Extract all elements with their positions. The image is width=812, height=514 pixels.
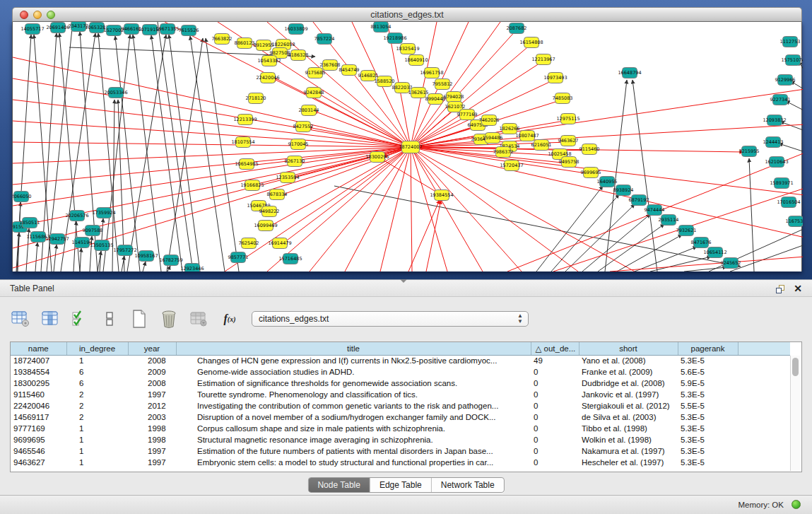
table-cell[interactable]: 2003 <box>128 411 176 423</box>
table-cell[interactable] <box>738 355 790 366</box>
column-header-in_degree[interactable]: in_degree <box>66 342 128 355</box>
table-cell[interactable] <box>738 434 790 445</box>
graph-node[interactable]: 6879197 <box>629 195 649 206</box>
table-cell[interactable]: 1998 <box>128 423 176 434</box>
graph-node[interactable]: 9242848 <box>304 88 324 98</box>
table-cell[interactable]: 22420046 <box>11 400 66 411</box>
citation-network-graph[interactable]: 1405571720691406234317210653287152700294… <box>13 22 803 271</box>
graph-node[interactable]: 16210643 <box>765 157 788 168</box>
table-cell[interactable]: Nakamura et al. (1997) <box>579 445 678 457</box>
graph-node[interactable]: 10654112 <box>703 247 726 258</box>
table-cell[interactable]: 9115460 <box>11 389 66 400</box>
graph-node[interactable]: 7462026 <box>479 115 500 126</box>
graph-node[interactable]: 8678334 <box>267 189 288 200</box>
table-cell[interactable]: 0 <box>531 411 579 423</box>
table-cell[interactable]: 0 <box>531 389 579 400</box>
table-cell[interactable] <box>738 411 790 423</box>
table-row[interactable]: 977716911998Corpus callosum shape and si… <box>11 423 790 434</box>
table-cell[interactable]: Yano et al. (2008) <box>579 355 678 366</box>
table-cell[interactable]: Disruption of a novel member of a sodium… <box>176 411 531 423</box>
graph-node[interactable]: 22420046 <box>256 73 279 83</box>
table-cell[interactable]: Changes of HCN gene expression and I(f) … <box>176 355 531 366</box>
graph-node[interactable]: 19166825 <box>240 180 264 191</box>
tab-node-table[interactable]: Node Table <box>308 478 370 492</box>
graph-node[interactable]: 9129966 <box>775 75 796 86</box>
graph-node[interactable]: 14055717 <box>20 24 44 35</box>
column-header-out_de[interactable]: △ out_de... <box>531 342 579 355</box>
graph-node[interactable]: 16154808 <box>519 37 543 48</box>
graph-node[interactable]: 9498222 <box>259 206 280 217</box>
table-cell[interactable]: 19384554 <box>11 366 66 378</box>
table-cell[interactable] <box>738 457 790 468</box>
table-cell[interactable]: 2 <box>66 411 128 423</box>
table-cell[interactable] <box>738 378 790 389</box>
table-row[interactable]: 1938455462009Genome-wide association stu… <box>11 366 790 378</box>
graph-node[interactable]: 18107554 <box>231 137 254 148</box>
float-panel-icon[interactable] <box>775 284 785 293</box>
scrollbar-thumb[interactable] <box>792 358 799 376</box>
graph-node[interactable]: 9495758 <box>559 157 579 168</box>
graph-node[interactable]: 15751074 <box>781 55 803 66</box>
select-rows-icon[interactable] <box>69 308 90 329</box>
graph-node[interactable]: 17016504 <box>777 197 800 208</box>
table-cell[interactable]: 18724007 <box>11 355 66 366</box>
graph-node[interactable]: 6216051 <box>531 140 552 151</box>
table-cell[interactable]: 18300295 <box>11 378 66 389</box>
graph-node[interactable]: 9097588 <box>83 226 103 236</box>
graph-node[interactable]: 8427552 <box>293 122 314 132</box>
table-cell[interactable]: 2008 <box>128 378 176 389</box>
graph-node[interactable]: 7625402 <box>239 238 259 249</box>
memory-ok-indicator-icon[interactable] <box>792 500 801 509</box>
graph-node[interactable]: 10654985 <box>235 159 258 170</box>
graph-node[interactable]: 16961758 <box>420 68 443 78</box>
table-cell[interactable]: Dudbridge et al. (2008) <box>579 378 678 389</box>
table-cell[interactable]: Wolkin et al. (1998) <box>579 434 678 445</box>
graph-node[interactable]: 1640955 <box>597 177 618 187</box>
table-cell[interactable]: 1997 <box>128 389 176 400</box>
table-selector-dropdown[interactable]: citations_edges.txt ▲▼ <box>252 311 529 327</box>
table-cell[interactable]: 2 <box>66 400 128 411</box>
table-cell[interactable]: 1997 <box>128 445 176 457</box>
table-cell[interactable]: Jankovic et al. (1997) <box>579 389 678 400</box>
table-cell[interactable]: de Silva et al. (2003) <box>579 411 678 423</box>
graph-node[interactable]: 9857771 <box>228 252 249 263</box>
table-cell[interactable]: 1997 <box>128 457 176 468</box>
graph-node[interactable]: 12213967 <box>531 54 555 65</box>
graph-node[interactable]: 1145194 <box>72 238 93 248</box>
table-row[interactable]: 946554611997Estimation of the future num… <box>11 445 790 457</box>
table-cell[interactable]: Estimation of significance thresholds fo… <box>176 378 531 389</box>
graph-node[interactable]: 9474444 <box>645 205 665 216</box>
network-window-titlebar[interactable]: citations_edges.txt <box>12 7 802 22</box>
graph-node[interactable]: 9115460 <box>579 144 600 155</box>
graph-node[interactable]: 7857224 <box>314 34 335 45</box>
table-cell[interactable]: 0 <box>531 366 579 378</box>
table-cell[interactable]: 1998 <box>128 434 176 445</box>
graph-node[interactable]: 7955812 <box>433 79 453 90</box>
table-cell[interactable]: 1 <box>66 457 128 468</box>
table-row[interactable]: 1872400712008Changes of HCN gene express… <box>11 355 790 366</box>
graph-node[interactable]: 1167531 <box>786 216 803 227</box>
graph-node[interactable]: 2935114 <box>659 215 679 226</box>
table-row[interactable]: 2242004622012Investigating the contribut… <box>11 400 790 411</box>
table-cell[interactable]: 2 <box>66 389 128 400</box>
table-cell[interactable]: 2008 <box>128 355 176 366</box>
table-cell[interactable]: Structural magnetic resonance image aver… <box>176 434 531 445</box>
table-cell[interactable]: 0 <box>531 423 579 434</box>
table-cell[interactable]: 9699695 <box>11 434 66 445</box>
graph-node[interactable]: 7932621 <box>676 226 697 236</box>
table-cell[interactable]: Hescheler et al. (1997) <box>579 457 678 468</box>
graph-node[interactable]: 12923446 <box>180 264 204 272</box>
table-cell[interactable]: Tibbo et al. (1998) <box>579 423 678 434</box>
table-cell[interactable]: 6 <box>66 366 128 378</box>
graph-node[interactable]: 8860123 <box>235 38 255 49</box>
table-cell[interactable]: 9465546 <box>11 445 66 457</box>
table-cell[interactable]: 5.3E-5 <box>678 389 738 400</box>
table-cell[interactable] <box>738 445 790 457</box>
graph-node[interactable]: 7986372 <box>493 147 514 158</box>
table-cell[interactable]: 1 <box>66 355 128 366</box>
graph-node[interactable]: 8454749 <box>339 65 360 76</box>
vertical-scrollbar[interactable] <box>790 356 800 471</box>
graph-node[interactable]: 2087682 <box>507 23 527 34</box>
graph-node[interactable]: 18724007 <box>399 141 422 153</box>
new-table-icon[interactable] <box>129 308 150 329</box>
